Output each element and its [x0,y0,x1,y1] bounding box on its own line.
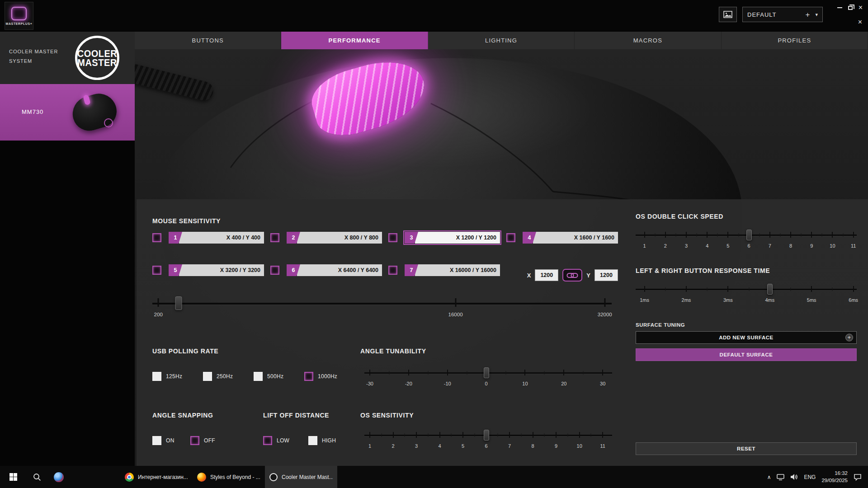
dpi-preset-checkbox[interactable] [388,266,397,275]
close-window-button[interactable]: × [859,4,863,11]
slider-tick-label: 3ms [723,297,733,303]
slider-tick-label: 10 [522,381,528,386]
option-checkbox[interactable] [152,372,161,381]
main-stage: MOUSE SENSITIVITY X 1200 Y 1200 [135,49,868,466]
option-label: 125Hz [166,373,182,380]
slider-tick-label: 11 [851,243,856,249]
profile-image-button[interactable] [719,7,737,22]
slider-tick-label: 5 [726,243,729,249]
taskbar-search-button[interactable] [26,466,48,488]
network-icon[interactable] [777,474,784,480]
tab-macros[interactable]: MACROS [575,32,721,49]
tray-expand-icon[interactable]: ∧ [767,474,771,480]
slider-tick-label: 9 [810,243,813,249]
minimize-button[interactable] [837,7,842,8]
option-checkbox[interactable] [152,436,161,445]
os-double-click-slider[interactable]: 1234567891011 [636,228,857,253]
chevron-down-icon[interactable]: ▾ [815,12,818,18]
section-title-usb-polling-rate: USB POLLING RATE [152,347,218,355]
dpi-preset-field: 1 X 400 / Y 400 [169,232,264,244]
system-label-line2: SYSTEM [9,56,58,66]
tab-buttons[interactable]: BUTTONS [135,32,281,49]
option-checkbox[interactable] [203,372,212,381]
sidebar: COOLER MASTER SYSTEM COOLER MASTER MM730 [0,32,135,466]
system-tray: ∧ ENG 16:32 29/09/2025 [767,466,868,488]
dpi-preset-checkbox[interactable] [152,266,161,275]
dpi-preset-value[interactable]: X 1200 / Y 1200 [415,232,500,244]
response-time-slider-handle[interactable] [767,284,773,295]
y-dpi-input[interactable]: 1200 [594,269,618,281]
dpi-preset-value[interactable]: X 3200 / Y 3200 [179,264,264,276]
tab-performance[interactable]: PERFORMANCE [281,32,428,49]
close-panel-button[interactable]: × [858,19,862,26]
option-checkbox[interactable] [190,436,199,445]
dpi-preset-field: 7 X 16000 / Y 16000 [405,264,500,276]
dpi-preset: 2 X 800 / Y 800 [270,232,382,244]
dpi-preset-value[interactable]: X 6400 / Y 6400 [297,264,382,276]
slider-tick-label: -20 [405,381,412,386]
taskbar-window-button[interactable]: Интернет-магазин... [120,466,193,488]
profile-selector[interactable]: DEFAULT + ▾ [742,7,823,22]
angle-tunability-slider[interactable]: -30-20-100102030 [364,366,612,391]
dpi-preset-checkbox[interactable] [388,233,397,242]
tab-lighting[interactable]: LIGHTING [428,32,575,49]
section-title-os-sensitivity: OS SENSITIVITY [360,412,414,419]
option-checkbox[interactable] [263,436,272,445]
start-button[interactable] [0,466,26,488]
device-logo-ring [104,118,113,127]
option: OFF [190,436,228,445]
dpi-preset-value[interactable]: X 400 / Y 400 [179,232,264,244]
option-checkbox[interactable] [254,372,263,381]
pinned-app-button[interactable] [48,466,70,488]
option: LOW [263,436,308,445]
reset-button[interactable]: RESET [636,442,857,455]
option-checkbox[interactable] [308,436,317,445]
dpi-preset-checkbox[interactable] [270,233,279,242]
taskbar-window-label: Styles of Beyond - ... [210,474,260,480]
os-sensitivity-slider[interactable]: 1234567891011 [364,428,612,454]
x-dpi-input[interactable]: 1200 [535,269,558,281]
action-center-icon[interactable] [854,474,862,481]
dpi-preset-value[interactable]: X 1600 / Y 1600 [533,232,618,244]
y-axis-label: Y [586,272,590,279]
option-checkbox[interactable] [304,372,313,381]
slider-tick-label: 5ms [807,297,816,303]
taskbar-window-button[interactable]: Styles of Beyond - ... [193,466,265,488]
os-sensitivity-slider-handle[interactable] [484,430,489,441]
reset-label: RESET [737,446,755,451]
dpi-slider-handle[interactable] [175,296,182,310]
dpi-preset-checkbox[interactable] [152,233,161,242]
keyboard-language[interactable]: ENG [804,474,816,480]
dpi-slider-label: 16000 [448,312,463,317]
tab-profiles[interactable]: PROFILES [722,32,868,49]
volume-icon[interactable] [790,474,798,480]
angle-tunability-slider-handle[interactable] [484,367,489,378]
slider-tick-label: 11 [600,443,605,449]
taskbar-clock[interactable]: 16:32 29/09/2025 [821,470,848,484]
dpi-preset-checkbox[interactable] [270,266,279,275]
link-xy-button[interactable] [562,269,582,282]
dpi-range-slider[interactable]: 2001600032000 [152,292,612,317]
section-title-angle-tunability: ANGLE TUNABILITY [360,347,426,355]
dpi-preset-field: 4 X 1600 / Y 1600 [523,232,618,244]
restore-button[interactable] [848,6,853,10]
dpi-preset-value[interactable]: X 16000 / Y 16000 [415,264,500,276]
dpi-preset-checkbox[interactable] [506,233,515,242]
add-new-surface-button[interactable]: ADD NEW SURFACE + [636,331,857,344]
performance-panel: MOUSE SENSITIVITY X 1200 Y 1200 [137,199,868,466]
device-thumbnail [64,89,124,136]
option-label: OFF [204,437,215,444]
response-time-slider[interactable]: 1ms2ms3ms4ms5ms6ms [636,282,857,308]
cooler-master-logo: COOLER MASTER [75,36,119,80]
taskbar-window-button[interactable]: Cooler Master Mast... [265,466,337,488]
slider-tick-label: 6 [748,243,750,249]
sidebar-device-mm730[interactable]: MM730 [0,84,135,141]
xy-dpi-control: X 1200 Y 1200 [506,269,618,282]
add-profile-icon[interactable]: + [806,11,810,19]
default-surface-button[interactable]: DEFAULT SURFACE [636,348,857,361]
dpi-preset-value[interactable]: X 800 / Y 800 [297,232,382,244]
slider-tick-label: 4 [706,243,708,249]
os-double-click-slider-handle[interactable] [746,230,752,240]
slider-tick-label: 2 [392,443,395,449]
search-icon [33,473,41,481]
